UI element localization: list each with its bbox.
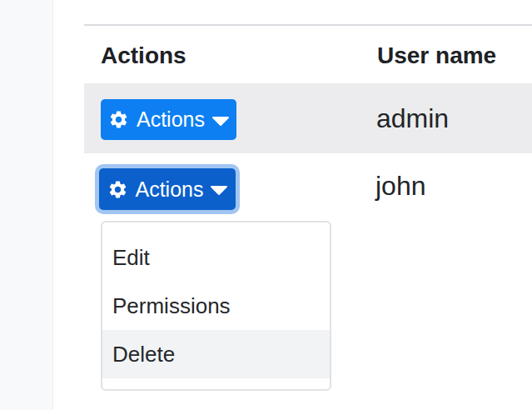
caret-down-icon [211,186,227,195]
column-header-user-name: User name [377,44,496,68]
column-header-actions: Actions [101,44,186,68]
actions-dropdown-button-admin[interactable]: Actions [101,99,236,140]
menu-item-edit[interactable]: Edit [102,233,330,282]
actions-button-label: Actions [137,108,205,132]
menu-item-permissions[interactable]: Permissions [102,282,330,330]
username-cell-john: john [375,172,426,199]
gear-icon [108,109,129,130]
username-cell-admin: admin [376,105,449,132]
side-panel [0,0,53,410]
actions-dropdown-button-john[interactable]: Actions [99,168,236,210]
actions-dropdown-menu: Edit Permissions Delete [101,221,331,391]
actions-button-label: Actions [136,178,204,202]
caret-down-icon [212,117,229,126]
gear-icon [107,179,128,200]
menu-item-delete[interactable]: Delete [102,330,330,378]
table-top-border [84,24,532,26]
